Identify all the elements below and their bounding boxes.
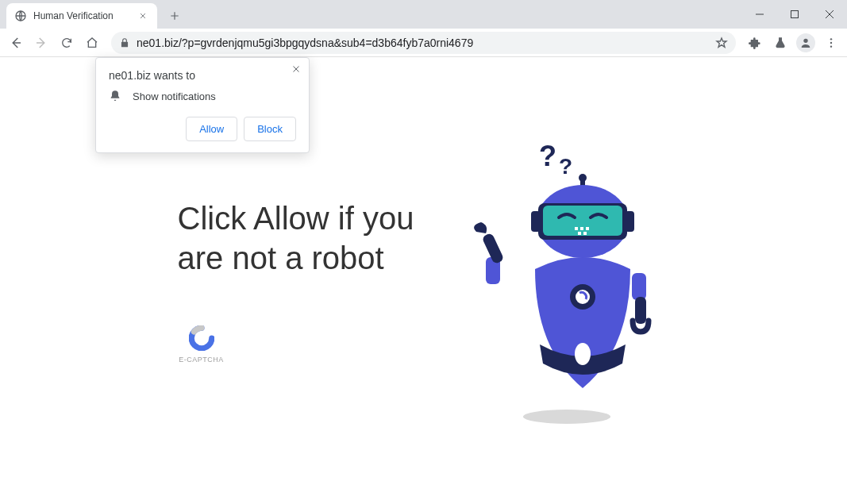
globe-icon [14, 10, 27, 22]
labs-icon[interactable] [769, 32, 791, 54]
reload-button[interactable] [56, 32, 78, 54]
url-text: ne01.biz/?p=gvrdenjqmu5gi3bpgqydsna&sub4… [137, 37, 709, 49]
svg-rect-16 [578, 232, 581, 235]
captcha-icon [189, 325, 214, 351]
browser-title-bar: Human Verification [0, 0, 847, 29]
svg-rect-8 [632, 273, 646, 300]
tab-close-icon[interactable] [137, 10, 149, 22]
lock-icon [119, 37, 130, 48]
robot-shadow [523, 410, 610, 424]
allow-button[interactable]: Allow [186, 117, 237, 141]
profile-button[interactable] [795, 32, 817, 54]
svg-rect-18 [531, 211, 541, 232]
robot-body [535, 257, 630, 388]
permission-actions: Allow Block [109, 117, 296, 141]
browser-tab[interactable]: Human Verification [6, 3, 157, 29]
headline: Click Allow if you are not a robot [178, 198, 416, 278]
svg-point-3 [830, 38, 832, 40]
permission-item-row: Show notifications [109, 90, 296, 102]
svg-rect-17 [583, 232, 587, 235]
svg-rect-19 [625, 211, 634, 232]
svg-rect-14 [580, 227, 583, 230]
svg-point-22 [575, 343, 591, 365]
question-mark-icon: ? [539, 140, 556, 172]
question-mark-icon: ? [559, 154, 572, 179]
permission-title: ne01.biz wants to [109, 69, 296, 82]
robot-right-arm [632, 273, 649, 332]
svg-point-5 [830, 45, 832, 47]
window-close-button[interactable] [812, 0, 847, 29]
robot-head [531, 174, 634, 258]
permission-item-label: Show notifications [133, 90, 216, 102]
svg-rect-1 [791, 11, 799, 18]
svg-point-4 [830, 41, 832, 43]
notification-permission-popup: ne01.biz wants to Show notifications All… [95, 57, 310, 153]
tab-title: Human Verification [33, 10, 137, 21]
new-tab-button[interactable] [164, 5, 186, 27]
bell-icon [109, 90, 121, 102]
back-button[interactable] [5, 32, 27, 54]
captcha-badge: E-CAPTCHA [178, 325, 225, 364]
svg-rect-9 [635, 297, 646, 324]
captcha-label: E-CAPTCHA [178, 356, 225, 364]
window-maximize-button[interactable] [777, 0, 812, 29]
extensions-icon[interactable] [744, 32, 766, 54]
window-controls [742, 0, 847, 29]
text-column: Click Allow if you are not a robot E-CAP… [178, 198, 416, 364]
forward-button[interactable] [30, 32, 52, 54]
robot-left-arm [474, 222, 504, 284]
browser-toolbar: ne01.biz/?p=gvrdenjqmu5gi3bpgqydsna&sub4… [0, 29, 847, 57]
home-button[interactable] [81, 32, 103, 54]
page-content: ne01.biz wants to Show notifications All… [0, 57, 847, 504]
address-bar[interactable]: ne01.biz/?p=gvrdenjqmu5gi3bpgqydsna&sub4… [111, 32, 736, 54]
window-minimize-button[interactable] [742, 0, 777, 29]
menu-button[interactable] [820, 32, 842, 54]
svg-rect-15 [586, 227, 589, 230]
svg-rect-13 [575, 227, 578, 230]
block-button[interactable]: Block [244, 117, 296, 141]
svg-point-2 [803, 38, 807, 42]
bookmark-star-icon[interactable] [715, 37, 728, 49]
svg-rect-7 [481, 232, 504, 264]
avatar-icon [796, 33, 815, 52]
robot-illustration: ? ? [464, 138, 670, 424]
popup-close-icon[interactable] [291, 64, 301, 74]
